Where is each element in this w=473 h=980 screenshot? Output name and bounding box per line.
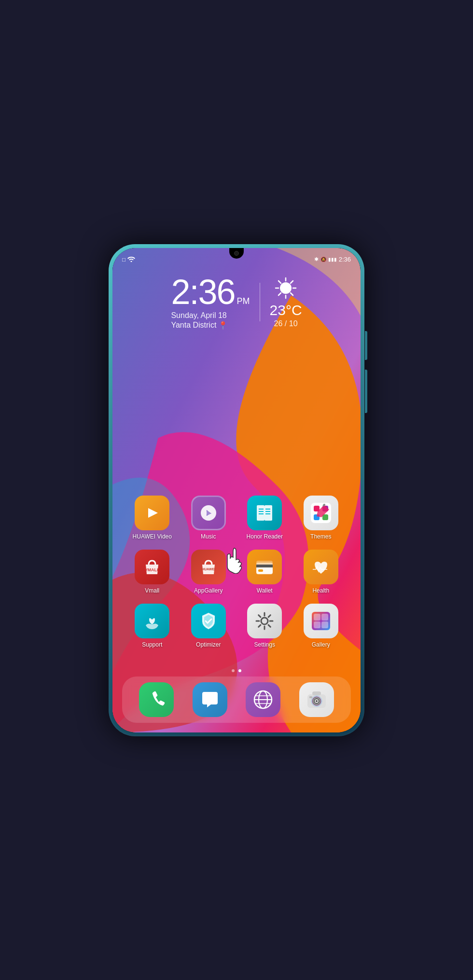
svg-rect-44 xyxy=(321,614,328,621)
weather-widget: 23°C 26 / 10 xyxy=(270,276,302,328)
svg-text:VMALL: VMALL xyxy=(145,567,160,572)
app-gallery[interactable]: Gallery xyxy=(296,604,347,648)
app-label-optimizer: Optimizer xyxy=(196,641,221,648)
app-label-support: Support xyxy=(142,641,162,648)
clock-divider xyxy=(260,283,260,321)
app-icon-huawei-video xyxy=(135,496,169,530)
wifi-icon xyxy=(127,256,135,263)
dock-icon-phone xyxy=(139,682,174,717)
app-icon-honor-reader xyxy=(247,496,282,530)
page-dot-2 xyxy=(238,669,241,672)
svg-line-9 xyxy=(291,281,293,283)
front-camera xyxy=(234,251,239,256)
weather-temp: 23°C xyxy=(270,302,302,318)
app-support[interactable]: Support xyxy=(127,604,178,648)
app-music[interactable]: Music xyxy=(183,496,234,540)
svg-line-39 xyxy=(268,625,270,627)
app-icon-music xyxy=(191,496,226,530)
app-row-1: HUAWEI Video Music xyxy=(127,496,346,540)
location-icon: 📍 xyxy=(218,321,228,330)
app-label-health: Health xyxy=(312,587,329,594)
dock-icon-messages xyxy=(193,682,227,717)
dock-phone[interactable] xyxy=(132,682,181,717)
svg-line-38 xyxy=(259,615,261,617)
battery-icon: ▮▮▮ xyxy=(328,257,337,262)
svg-rect-43 xyxy=(314,614,320,621)
svg-line-8 xyxy=(291,293,293,295)
svg-point-33 xyxy=(261,618,268,624)
app-icon-health xyxy=(304,550,338,584)
svg-line-10 xyxy=(278,293,281,295)
clock-ampm: PM xyxy=(237,296,250,306)
dock-icon-camera xyxy=(299,682,334,717)
app-icon-themes xyxy=(304,496,338,530)
app-icon-appgallery: HUAWEI xyxy=(191,550,226,584)
sim-icon: □ xyxy=(122,256,125,263)
app-optimizer[interactable]: Optimizer xyxy=(183,604,234,648)
svg-rect-45 xyxy=(314,621,320,628)
svg-text:HUAWEI: HUAWEI xyxy=(202,567,215,571)
bluetooth-icon: ✱ xyxy=(314,256,319,262)
clock-time: 2:36 xyxy=(171,275,235,309)
sun-icon xyxy=(270,276,302,302)
app-health[interactable]: Health xyxy=(296,550,347,594)
clock-date: Sunday, April 18 xyxy=(171,311,250,320)
app-vmall[interactable]: VMALL Vmall xyxy=(127,550,178,594)
status-left: □ xyxy=(122,256,135,263)
svg-rect-32 xyxy=(258,569,263,572)
dock xyxy=(122,676,351,723)
app-label-huawei-video: HUAWEI Video xyxy=(133,533,172,540)
clock-location: Yanta District 📍 xyxy=(171,321,250,330)
clock-display: 2:36 PM Sunday, April 18 Yanta District … xyxy=(171,275,250,330)
svg-line-41 xyxy=(259,625,261,627)
app-wallet[interactable]: Wallet xyxy=(239,550,290,594)
page-dot-1 xyxy=(232,669,235,672)
weather-range: 26 / 10 xyxy=(270,319,302,328)
phone-screen: □ ✱ 🔕 ▮▮▮ 2:36 xyxy=(112,248,361,732)
app-label-gallery: Gallery xyxy=(312,641,330,648)
app-label-settings: Settings xyxy=(254,641,275,648)
app-icon-settings xyxy=(247,604,282,638)
dock-browser[interactable] xyxy=(238,682,288,717)
svg-rect-31 xyxy=(256,565,273,567)
svg-line-40 xyxy=(268,615,270,617)
app-row-3: Support Optim xyxy=(127,604,346,648)
app-themes[interactable]: Themes xyxy=(296,496,347,540)
svg-point-2 xyxy=(280,282,292,294)
app-icon-vmall: VMALL xyxy=(135,550,169,584)
svg-marker-11 xyxy=(148,508,158,518)
svg-rect-59 xyxy=(309,696,312,698)
app-label-vmall: Vmall xyxy=(145,587,159,594)
clock-widget: 2:36 PM Sunday, April 18 Yanta District … xyxy=(112,275,361,330)
app-huawei-video[interactable]: HUAWEI Video xyxy=(127,496,178,540)
dock-messages[interactable] xyxy=(185,682,235,717)
app-label-appgallery: AppGallery xyxy=(194,587,223,594)
svg-point-13 xyxy=(206,511,211,515)
app-label-themes: Themes xyxy=(310,533,331,540)
home-screen: □ ✱ 🔕 ▮▮▮ 2:36 xyxy=(112,248,361,732)
app-settings[interactable]: Settings xyxy=(239,604,290,648)
app-row-2: VMALL Vmall HUAWEI xyxy=(127,550,346,594)
svg-line-7 xyxy=(278,281,281,283)
app-label-music: Music xyxy=(201,533,216,540)
svg-rect-53 xyxy=(312,691,321,695)
mute-icon: 🔕 xyxy=(320,257,326,262)
app-label-honor-reader: Honor Reader xyxy=(247,533,283,540)
app-honor-reader[interactable]: Honor Reader xyxy=(239,496,290,540)
phone-body: □ ✱ 🔕 ▮▮▮ 2:36 xyxy=(109,244,364,736)
app-icon-wallet xyxy=(247,550,282,584)
status-right: ✱ 🔕 ▮▮▮ 2:36 xyxy=(314,256,351,263)
dock-camera[interactable] xyxy=(292,682,342,717)
app-icon-optimizer xyxy=(191,604,226,638)
app-grid: HUAWEI Video Music xyxy=(112,496,361,658)
svg-point-1 xyxy=(131,261,132,262)
dock-icon-browser xyxy=(246,682,280,717)
svg-point-56 xyxy=(316,700,318,702)
app-label-wallet: Wallet xyxy=(257,587,273,594)
app-appgallery[interactable]: HUAWEI AppGallery xyxy=(183,550,234,594)
status-time: 2:36 xyxy=(339,256,351,263)
page-dots xyxy=(112,669,361,672)
app-icon-gallery xyxy=(304,604,338,638)
svg-rect-46 xyxy=(321,621,328,628)
app-icon-support xyxy=(135,604,169,638)
